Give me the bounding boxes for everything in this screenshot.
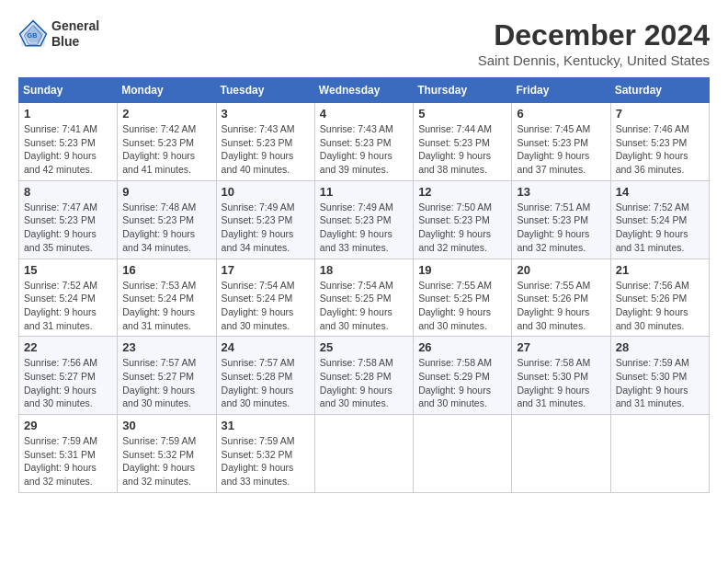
- table-row: 1Sunrise: 7:41 AMSunset: 5:23 PMDaylight…: [19, 103, 118, 181]
- table-row: [512, 415, 610, 493]
- day-info: Sunrise: 7:47 AMSunset: 5:23 PMDaylight:…: [24, 201, 112, 255]
- day-info: Sunrise: 7:45 AMSunset: 5:23 PMDaylight:…: [517, 122, 605, 177]
- day-info: Sunrise: 7:49 AMSunset: 5:23 PMDaylight:…: [320, 201, 408, 255]
- day-info: Sunrise: 7:59 AMSunset: 5:31 PMDaylight:…: [24, 434, 112, 488]
- day-info: Sunrise: 7:48 AMSunset: 5:23 PMDaylight:…: [122, 201, 210, 255]
- header-saturday: Saturday: [610, 78, 709, 103]
- day-info: Sunrise: 7:41 AMSunset: 5:23 PMDaylight:…: [24, 122, 112, 177]
- table-row: 23Sunrise: 7:57 AMSunset: 5:27 PMDayligh…: [118, 337, 216, 415]
- svg-text:GB: GB: [28, 31, 38, 40]
- day-number: 18: [320, 263, 408, 277]
- day-number: 28: [616, 340, 704, 354]
- day-info: Sunrise: 7:55 AMSunset: 5:25 PMDaylight:…: [418, 279, 506, 333]
- calendar-week-1: 1Sunrise: 7:41 AMSunset: 5:23 PMDaylight…: [19, 103, 710, 181]
- day-number: 14: [616, 185, 704, 199]
- day-number: 4: [320, 107, 408, 121]
- calendar-week-2: 8Sunrise: 7:47 AMSunset: 5:23 PMDaylight…: [19, 180, 710, 259]
- table-row: [314, 415, 413, 493]
- table-row: 19Sunrise: 7:55 AMSunset: 5:25 PMDayligh…: [414, 259, 512, 337]
- calendar-header-row: Sunday Monday Tuesday Wednesday Thursday…: [19, 78, 710, 103]
- day-info: Sunrise: 7:57 AMSunset: 5:27 PMDaylight:…: [122, 356, 210, 410]
- calendar-table: Sunday Monday Tuesday Wednesday Thursday…: [18, 77, 710, 493]
- main-title: December 2024: [478, 18, 710, 52]
- day-info: Sunrise: 7:53 AMSunset: 5:24 PMDaylight:…: [122, 279, 210, 333]
- day-number: 25: [320, 340, 408, 354]
- table-row: 2Sunrise: 7:42 AMSunset: 5:23 PMDaylight…: [118, 103, 216, 181]
- day-info: Sunrise: 7:43 AMSunset: 5:23 PMDaylight:…: [222, 122, 310, 177]
- table-row: 15Sunrise: 7:52 AMSunset: 5:24 PMDayligh…: [19, 259, 118, 337]
- table-row: 11Sunrise: 7:49 AMSunset: 5:23 PMDayligh…: [314, 180, 413, 259]
- day-number: 16: [122, 263, 210, 277]
- table-row: 12Sunrise: 7:50 AMSunset: 5:23 PMDayligh…: [414, 180, 512, 259]
- title-area: December 2024 Saint Dennis, Kentucky, Un…: [478, 18, 710, 68]
- day-info: Sunrise: 7:58 AMSunset: 5:28 PMDaylight:…: [320, 356, 408, 410]
- calendar-week-3: 15Sunrise: 7:52 AMSunset: 5:24 PMDayligh…: [19, 259, 710, 337]
- day-number: 7: [616, 107, 704, 121]
- day-number: 3: [222, 107, 310, 121]
- day-number: 23: [122, 340, 210, 354]
- day-info: Sunrise: 7:57 AMSunset: 5:28 PMDaylight:…: [222, 356, 310, 410]
- header-tuesday: Tuesday: [216, 78, 314, 103]
- day-info: Sunrise: 7:54 AMSunset: 5:24 PMDaylight:…: [222, 279, 310, 333]
- day-number: 10: [222, 185, 310, 199]
- day-number: 30: [122, 419, 210, 432]
- day-number: 29: [24, 419, 112, 432]
- day-number: 24: [222, 340, 310, 354]
- day-info: Sunrise: 7:59 AMSunset: 5:32 PMDaylight:…: [222, 434, 310, 488]
- day-info: Sunrise: 7:59 AMSunset: 5:30 PMDaylight:…: [616, 356, 704, 410]
- header-friday: Friday: [512, 78, 610, 103]
- table-row: 7Sunrise: 7:46 AMSunset: 5:23 PMDaylight…: [610, 103, 709, 181]
- subtitle: Saint Dennis, Kentucky, United States: [478, 52, 710, 68]
- table-row: 10Sunrise: 7:49 AMSunset: 5:23 PMDayligh…: [216, 180, 314, 259]
- table-row: 13Sunrise: 7:51 AMSunset: 5:23 PMDayligh…: [512, 180, 610, 259]
- table-row: 4Sunrise: 7:43 AMSunset: 5:23 PMDaylight…: [314, 103, 413, 181]
- day-info: Sunrise: 7:42 AMSunset: 5:23 PMDaylight:…: [122, 122, 210, 177]
- day-number: 6: [517, 107, 605, 121]
- table-row: 6Sunrise: 7:45 AMSunset: 5:23 PMDaylight…: [512, 103, 610, 181]
- day-number: 2: [122, 107, 210, 121]
- table-row: 8Sunrise: 7:47 AMSunset: 5:23 PMDaylight…: [19, 180, 118, 259]
- day-info: Sunrise: 7:55 AMSunset: 5:26 PMDaylight:…: [517, 279, 605, 333]
- day-info: Sunrise: 7:59 AMSunset: 5:32 PMDaylight:…: [122, 434, 210, 488]
- logo-text: General Blue: [51, 18, 99, 50]
- day-number: 15: [24, 263, 112, 277]
- day-info: Sunrise: 7:58 AMSunset: 5:30 PMDaylight:…: [517, 356, 605, 410]
- day-info: Sunrise: 7:49 AMSunset: 5:23 PMDaylight:…: [222, 201, 310, 255]
- day-info: Sunrise: 7:54 AMSunset: 5:25 PMDaylight:…: [320, 279, 408, 333]
- table-row: 27Sunrise: 7:58 AMSunset: 5:30 PMDayligh…: [512, 337, 610, 415]
- header-thursday: Thursday: [414, 78, 512, 103]
- day-number: 27: [517, 340, 605, 354]
- day-number: 22: [24, 340, 112, 354]
- table-row: 28Sunrise: 7:59 AMSunset: 5:30 PMDayligh…: [610, 337, 709, 415]
- day-number: 9: [122, 185, 210, 199]
- day-number: 26: [418, 340, 506, 354]
- day-number: 5: [418, 107, 506, 121]
- table-row: 5Sunrise: 7:44 AMSunset: 5:23 PMDaylight…: [414, 103, 512, 181]
- table-row: 18Sunrise: 7:54 AMSunset: 5:25 PMDayligh…: [314, 259, 413, 337]
- day-number: 8: [24, 185, 112, 199]
- calendar-week-4: 22Sunrise: 7:56 AMSunset: 5:27 PMDayligh…: [19, 337, 710, 415]
- table-row: 24Sunrise: 7:57 AMSunset: 5:28 PMDayligh…: [216, 337, 314, 415]
- header-monday: Monday: [118, 78, 216, 103]
- day-number: 17: [222, 263, 310, 277]
- header-wednesday: Wednesday: [314, 78, 413, 103]
- table-row: [414, 415, 512, 493]
- table-row: 31Sunrise: 7:59 AMSunset: 5:32 PMDayligh…: [216, 415, 314, 493]
- table-row: 9Sunrise: 7:48 AMSunset: 5:23 PMDaylight…: [118, 180, 216, 259]
- logo-icon: GB: [18, 19, 48, 49]
- table-row: 20Sunrise: 7:55 AMSunset: 5:26 PMDayligh…: [512, 259, 610, 337]
- day-info: Sunrise: 7:50 AMSunset: 5:23 PMDaylight:…: [418, 201, 506, 255]
- day-info: Sunrise: 7:58 AMSunset: 5:29 PMDaylight:…: [418, 356, 506, 410]
- day-info: Sunrise: 7:56 AMSunset: 5:27 PMDaylight:…: [24, 356, 112, 410]
- table-row: 14Sunrise: 7:52 AMSunset: 5:24 PMDayligh…: [610, 180, 709, 259]
- day-info: Sunrise: 7:52 AMSunset: 5:24 PMDaylight:…: [24, 279, 112, 333]
- table-row: 17Sunrise: 7:54 AMSunset: 5:24 PMDayligh…: [216, 259, 314, 337]
- table-row: 29Sunrise: 7:59 AMSunset: 5:31 PMDayligh…: [19, 415, 118, 493]
- table-row: 22Sunrise: 7:56 AMSunset: 5:27 PMDayligh…: [19, 337, 118, 415]
- header-sunday: Sunday: [19, 78, 118, 103]
- table-row: 30Sunrise: 7:59 AMSunset: 5:32 PMDayligh…: [118, 415, 216, 493]
- day-info: Sunrise: 7:46 AMSunset: 5:23 PMDaylight:…: [616, 122, 704, 177]
- table-row: [610, 415, 709, 493]
- header: GB General Blue December 2024 Saint Denn…: [18, 18, 710, 68]
- day-info: Sunrise: 7:51 AMSunset: 5:23 PMDaylight:…: [517, 201, 605, 255]
